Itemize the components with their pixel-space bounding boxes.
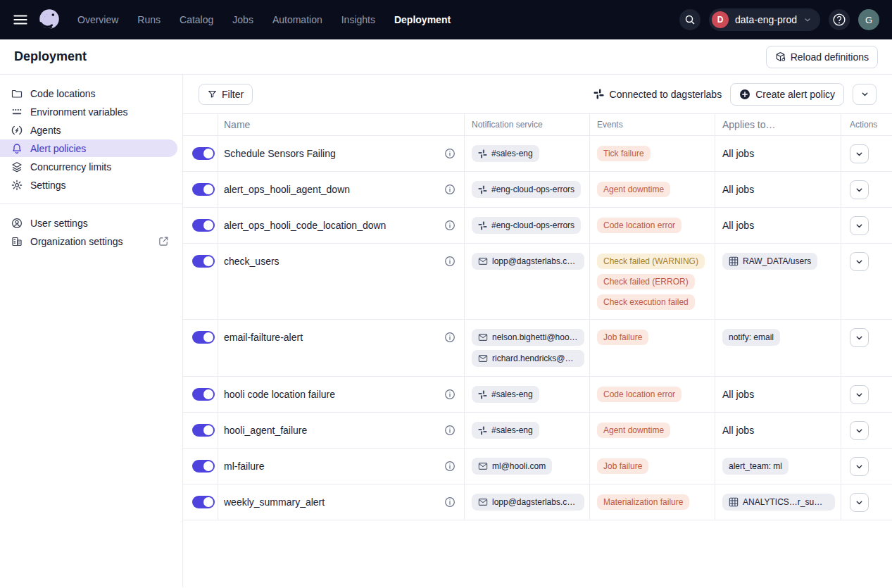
row-actions-button[interactable] (850, 457, 869, 476)
external-link-icon (158, 236, 169, 246)
toggle-cell (183, 172, 218, 207)
applies-to-cell: alert_team: ml (715, 449, 841, 484)
sidebar-item-concurrency-limits[interactable]: Concurrency limits (0, 158, 177, 175)
help-button[interactable] (829, 9, 850, 30)
actions-cell (841, 320, 892, 376)
alert-policy-toggle[interactable] (192, 496, 215, 508)
event-badge: Agent downtime (597, 423, 670, 438)
sidebar-item-alert-policies[interactable]: Alert policies (0, 139, 177, 157)
alert-policy-toggle[interactable] (192, 424, 215, 437)
reload-definitions-button[interactable]: Reload definitions (766, 46, 878, 68)
info-icon[interactable] (444, 217, 456, 234)
layers-icon (11, 161, 23, 173)
toggle-cell (183, 208, 218, 243)
sidebar-item-environment-variables[interactable]: Environment variables (0, 103, 177, 120)
alert-policy-toggle[interactable] (192, 147, 215, 160)
name-cell: Schedule Sensors Failing (218, 136, 465, 171)
hamburger-menu-icon[interactable] (10, 9, 31, 30)
notification-tag: lopp@dagsterlabs.com (472, 494, 584, 511)
info-icon[interactable] (444, 329, 456, 346)
info-icon[interactable] (444, 422, 456, 439)
chevron-down-icon (803, 15, 812, 24)
nav-item-jobs[interactable]: Jobs (232, 14, 253, 25)
row-actions-button[interactable] (850, 493, 869, 512)
applies-to-text: All jobs (722, 181, 754, 198)
alert-policy-row: Schedule Sensors Failing#sales-engTick f… (183, 136, 892, 172)
search-button[interactable] (679, 9, 701, 30)
row-actions-button[interactable] (850, 385, 869, 404)
applies-to-tag: notify: email (722, 329, 780, 346)
agents-icon (11, 125, 23, 136)
deployment-switcher[interactable]: D data-eng-prod (709, 8, 820, 31)
nav-item-catalog[interactable]: Catalog (180, 14, 213, 25)
row-actions-button[interactable] (850, 328, 869, 347)
filter-button[interactable]: Filter (199, 84, 253, 105)
nav-item-overview[interactable]: Overview (77, 14, 118, 25)
notification-tag: #sales-eng (472, 145, 539, 162)
sidebar-item-agents[interactable]: Agents (0, 121, 177, 139)
top-nav: OverviewRunsCatalogJobsAutomationInsight… (0, 0, 892, 39)
alert-policy-toggle[interactable] (192, 388, 215, 401)
info-icon[interactable] (444, 145, 456, 162)
row-actions-button[interactable] (850, 180, 869, 199)
chevron-down-icon (855, 426, 864, 435)
alert-policy-toggle[interactable] (192, 460, 215, 473)
row-actions-button[interactable] (850, 252, 869, 271)
alert-policy-row: hooli_agent_failure#sales-engAgent downt… (183, 413, 892, 449)
user-avatar[interactable]: G (858, 9, 879, 30)
alert-policy-name: weekly_summary_alert (224, 494, 325, 511)
notification-tag: #eng-cloud-ops-errors (472, 217, 581, 234)
deployment-avatar: D (712, 11, 729, 28)
main-content: Filter Connected to dagsterlabs Create a… (183, 75, 892, 587)
sidebar-item-user-settings[interactable]: User settings (0, 214, 177, 232)
notification-target: #eng-cloud-ops-errors (491, 184, 574, 194)
reload-definitions-label: Reload definitions (791, 51, 869, 63)
sidebar-item-code-locations[interactable]: Code locations (0, 85, 177, 102)
dagster-logo-icon[interactable] (37, 7, 62, 32)
row-actions-button[interactable] (850, 144, 869, 163)
toggle-cell (183, 320, 218, 376)
notification-tag: #eng-cloud-ops-errors (472, 181, 581, 198)
alert-policy-toggle[interactable] (192, 219, 215, 232)
alert-policy-toggle[interactable] (192, 255, 215, 268)
info-icon[interactable] (444, 253, 456, 270)
nav-item-deployment[interactable]: Deployment (394, 14, 451, 25)
nav-item-insights[interactable]: Insights (341, 14, 375, 25)
sidebar-item-settings[interactable]: Settings (0, 176, 177, 194)
info-icon[interactable] (444, 181, 456, 198)
filter-icon (208, 89, 217, 99)
notification-target: richard.hendricks@hooli… (492, 354, 578, 363)
toggle-cell (183, 377, 218, 412)
alert-policy-name: ml-failure (224, 458, 265, 475)
alert-policies-table: NameNotification serviceEventsApplies to… (183, 113, 892, 520)
info-icon[interactable] (444, 458, 456, 475)
sidebar-item-organization-settings[interactable]: Organization settings (0, 232, 177, 250)
alert-policy-toggle[interactable] (192, 183, 215, 196)
alert-policy-row: alert_ops_hooli_code_location_down#eng-c… (183, 208, 892, 244)
alert-policy-toggle[interactable] (192, 331, 215, 344)
nav-item-runs[interactable]: Runs (137, 14, 161, 25)
notification-tag: #sales-eng (472, 422, 539, 439)
events-cell: Code location error (590, 377, 715, 412)
info-icon[interactable] (444, 386, 456, 403)
settings-sidebar: Code locationsEnvironment variablesAgent… (0, 75, 183, 587)
chevron-down-icon (855, 185, 864, 194)
toggle-cell (183, 484, 218, 520)
notification-service-cell: lopp@dagsterlabs.com (465, 484, 590, 520)
search-icon (684, 14, 696, 25)
create-alert-policy-button[interactable]: Create alert policy (730, 83, 844, 106)
toggle-cell (183, 449, 218, 484)
slack-icon (478, 185, 487, 194)
nav-item-automation[interactable]: Automation (272, 14, 322, 25)
create-policy-menu-button[interactable] (853, 84, 877, 105)
info-icon[interactable] (444, 494, 456, 511)
applies-to-label: RAW_DATA/users (743, 253, 811, 270)
row-actions-button[interactable] (850, 421, 869, 440)
row-actions-button[interactable] (850, 216, 869, 235)
notification-service-cell: nelson.bighetti@hooli.co…richard.hendric… (465, 320, 590, 376)
events-cell: Agent downtime (590, 413, 715, 448)
plus-circle-icon (739, 89, 750, 100)
sidebar-item-label: User settings (30, 218, 88, 229)
applies-to-cell: ANALYTICS…r_summary (715, 484, 841, 520)
applies-to-tag: ANALYTICS…r_summary (722, 494, 835, 511)
